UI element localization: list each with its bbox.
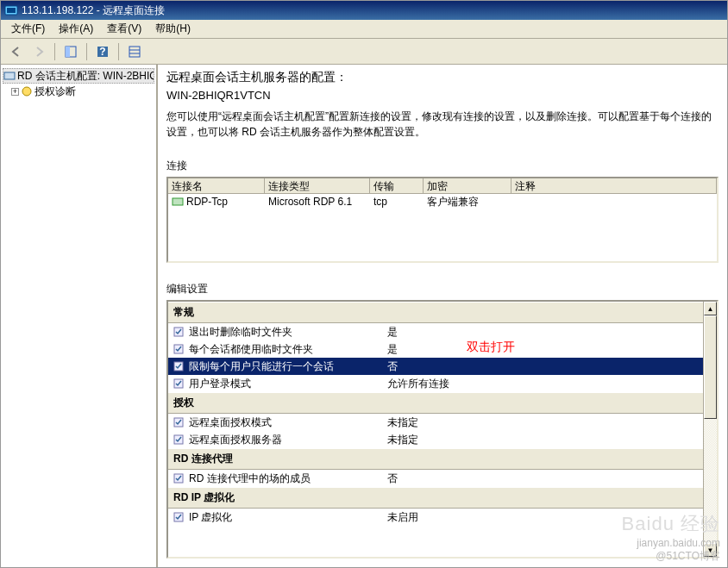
setting-label: 远程桌面授权服务器 [189, 433, 387, 447]
setting-row[interactable]: RD 连接代理中的场的成员否 [168, 470, 703, 487]
tree-child[interactable]: + 授权诊断 [3, 84, 154, 99]
edit-settings-label: 编辑设置 [166, 282, 719, 296]
page-title: 远程桌面会话主机服务器的配置： [166, 70, 719, 85]
setting-icon [172, 434, 185, 446]
setting-label: 每个会话都使用临时文件夹 [189, 342, 387, 357]
watermark-foot: @51CTO博客 [622, 550, 720, 564]
connections-header[interactable]: 连接名 连接类型 传输 加密 注释 [168, 178, 717, 194]
setting-icon [172, 511, 185, 523]
setting-value: 是 [387, 342, 700, 357]
tree-root[interactable]: RD 会话主机配置: WIN-2BHIQ [3, 68, 154, 84]
setting-row[interactable]: 用户登录模式允许所有连接 [168, 375, 703, 392]
watermark-sub: jianyan.baidu.com [622, 537, 720, 551]
svg-rect-1 [7, 8, 16, 13]
setting-value: 未指定 [387, 415, 700, 430]
svg-text:?: ? [99, 46, 105, 58]
group-header: RD 连接代理 [168, 448, 703, 470]
setting-icon [172, 360, 185, 372]
setting-label: 用户登录模式 [189, 377, 387, 391]
toolbar: ? [1, 39, 727, 65]
setting-value: 否 [387, 471, 700, 486]
diag-icon [21, 85, 33, 97]
setting-value: 是 [387, 325, 700, 340]
conn-transport: tcp [370, 195, 424, 209]
scrollbar-thumb[interactable] [704, 315, 717, 419]
svg-rect-9 [4, 72, 15, 79]
col-name[interactable]: 连接名 [168, 178, 265, 193]
svg-rect-6 [129, 47, 140, 57]
svg-point-10 [22, 87, 31, 96]
app-icon [4, 3, 18, 17]
server-icon [3, 70, 16, 82]
properties-button[interactable] [124, 41, 145, 62]
setting-row[interactable]: 退出时删除临时文件夹是 [168, 323, 703, 340]
svg-rect-11 [173, 198, 183, 205]
back-button[interactable] [6, 41, 27, 62]
conn-encryption: 客户端兼容 [424, 194, 511, 210]
setting-row[interactable]: 限制每个用户只能进行一个会话否 [168, 358, 703, 375]
titlebar: 113.11.198.122 - 远程桌面连接 [1, 1, 727, 20]
scrollbar-track[interactable] [704, 315, 717, 543]
nav-tree[interactable]: RD 会话主机配置: WIN-2BHIQ + 授权诊断 [1, 65, 158, 567]
setting-icon [172, 378, 185, 390]
setting-icon [172, 343, 185, 355]
col-encryption[interactable]: 加密 [424, 178, 511, 193]
setting-value: 允许所有连接 [387, 377, 700, 391]
tree-root-label: RD 会话主机配置: WIN-2BHIQ [17, 69, 154, 84]
toolbar-separator [54, 43, 55, 60]
expand-icon[interactable]: + [11, 88, 19, 96]
page-description: 您可以使用“远程桌面会话主机配置”配置新连接的设置，修改现有连接的设置，以及删除… [166, 109, 719, 140]
menu-file[interactable]: 文件(F) [4, 20, 52, 38]
setting-icon [172, 326, 185, 338]
svg-rect-3 [66, 47, 70, 57]
menu-view[interactable]: 查看(V) [100, 20, 148, 38]
connection-icon [172, 196, 184, 208]
show-hide-tree-button[interactable] [60, 41, 81, 62]
col-transport[interactable]: 传输 [370, 178, 424, 193]
setting-row[interactable]: 远程桌面授权服务器未指定 [168, 431, 703, 448]
col-comment[interactable]: 注释 [511, 178, 717, 193]
help-button[interactable]: ? [92, 41, 113, 62]
setting-label: IP 虚拟化 [189, 510, 387, 525]
connection-row[interactable]: RDP-Tcp Microsoft RDP 6.1 tcp 客户端兼容 [168, 194, 717, 209]
setting-icon [172, 472, 185, 484]
connections-label: 连接 [166, 159, 719, 173]
toolbar-separator [86, 43, 87, 60]
setting-icon [172, 416, 185, 428]
tree-child-label: 授权诊断 [35, 84, 76, 99]
setting-value: 未指定 [387, 433, 700, 447]
forward-button[interactable] [28, 41, 49, 62]
menubar: 文件(F) 操作(A) 查看(V) 帮助(H) [1, 20, 727, 39]
setting-label: RD 连接代理中的场的成员 [189, 471, 387, 486]
toolbar-separator [118, 43, 119, 60]
conn-name: RDP-Tcp [186, 196, 228, 208]
menu-help[interactable]: 帮助(H) [148, 20, 198, 38]
annotation-text: 双击打开 [467, 340, 515, 355]
window-title: 113.11.198.122 - 远程桌面连接 [22, 3, 165, 18]
conn-comment [511, 201, 717, 203]
setting-row[interactable]: 每个会话都使用临时文件夹是 [168, 340, 703, 358]
main-area: RD 会话主机配置: WIN-2BHIQ + 授权诊断 远程桌面会话主机服务器的… [1, 65, 727, 567]
conn-type: Microsoft RDP 6.1 [265, 195, 370, 209]
scroll-up-button[interactable]: ▲ [704, 302, 717, 315]
setting-label: 限制每个用户只能进行一个会话 [189, 359, 387, 374]
group-header: RD IP 虚拟化 [168, 487, 703, 509]
setting-label: 退出时删除临时文件夹 [189, 325, 387, 340]
col-type[interactable]: 连接类型 [265, 178, 370, 193]
watermark-logo: Baidu 经验 [622, 512, 720, 537]
setting-value: 否 [387, 359, 700, 374]
connections-list[interactable]: 连接名 连接类型 传输 加密 注释 RDP-Tcp Microsoft RDP … [166, 177, 719, 263]
setting-label: 远程桌面授权模式 [189, 415, 387, 430]
group-header: 常规 [168, 302, 703, 323]
content-pane: 远程桌面会话主机服务器的配置： WIN-2BHIQR1VTCN 您可以使用“远程… [158, 65, 727, 567]
watermark: Baidu 经验 jianyan.baidu.com @51CTO博客 [622, 512, 720, 564]
setting-row[interactable]: 远程桌面授权模式未指定 [168, 414, 703, 431]
menu-action[interactable]: 操作(A) [52, 20, 100, 38]
page-subtitle: WIN-2BHIQR1VTCN [166, 89, 719, 102]
group-header: 授权 [168, 392, 703, 414]
